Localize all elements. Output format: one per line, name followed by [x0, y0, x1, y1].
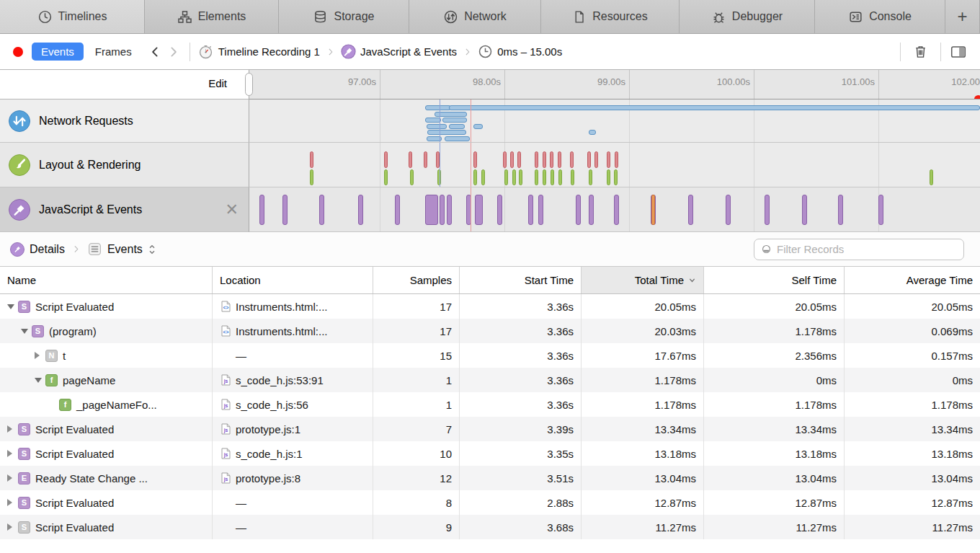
disclosure-triangle[interactable] [7, 474, 18, 482]
disclosure-triangle[interactable] [7, 450, 18, 457]
location-text[interactable]: Instruments.html:... [236, 325, 328, 337]
column-header-total[interactable]: Total Time [582, 267, 704, 293]
column-header-avg[interactable]: Average Time [845, 267, 980, 293]
filter-records-field[interactable] [754, 239, 964, 260]
table-row[interactable]: SScript Evaluated—93.68s11.27ms11.27ms11… [0, 515, 980, 539]
track-sidebar-layout-rendering[interactable]: Layout & Rendering [0, 143, 249, 187]
breadcrumb-item[interactable]: Timeline Recording 1 [218, 45, 320, 58]
ruler-tick-label: 100.00s [717, 76, 750, 87]
cell-location: jss_code_h.js:1 [213, 441, 373, 466]
event-name: Script Evaluated [35, 301, 114, 313]
location-text[interactable]: Instruments.html:... [236, 301, 328, 313]
tab-debugger[interactable]: Debugger [680, 0, 815, 33]
forward-button[interactable] [167, 45, 179, 59]
filter-records-input[interactable] [777, 243, 957, 255]
ruler-gridline [878, 70, 879, 99]
breadcrumb-item[interactable]: JavaScript & Events [360, 45, 457, 58]
column-header-name[interactable]: Name [0, 267, 213, 293]
table-header: NameLocationSamplesStart TimeTotal TimeS… [0, 267, 980, 294]
cell-total: 1.178ms [582, 392, 704, 417]
cell-self: 0ms [704, 368, 845, 392]
table-row[interactable]: f_pageNameFo...jss_code_h.js:5613.36s1.1… [0, 392, 980, 417]
paint-event-bar [473, 169, 477, 185]
table-row[interactable]: SScript Evaluated<>Instruments.html:...1… [0, 294, 980, 319]
table-row[interactable]: SScript Evaluated—82.88s12.87ms12.87ms12… [0, 490, 980, 515]
tab-storage[interactable]: Storage [279, 0, 409, 33]
track-sidebar-network-requests[interactable]: Network Requests [0, 99, 249, 143]
location-text[interactable]: s_code_h.js:56 [236, 399, 308, 411]
cell-name: SScript Evaluated [0, 441, 213, 466]
events-view-button[interactable]: Events [32, 43, 84, 61]
tab-network[interactable]: Network [409, 0, 541, 33]
cell-name: Nt [0, 343, 213, 368]
paint-event-bar [504, 169, 508, 185]
svg-text:js: js [223, 428, 228, 433]
track-graph-layout-rendering[interactable] [249, 143, 980, 187]
track-graph-network-requests[interactable] [249, 99, 980, 143]
tab-resources[interactable]: Resources [541, 0, 680, 33]
column-header-samples[interactable]: Samples [373, 267, 460, 293]
location-text: — [236, 521, 246, 534]
timeline-ruler[interactable]: Edit 97.00s98.00s99.00s100.00s101.00s102… [0, 70, 980, 99]
view-mode-selector[interactable]: Events [107, 243, 143, 256]
track-graph-javascript-events[interactable] [249, 187, 980, 232]
tab-console[interactable]: Console [815, 0, 945, 33]
disclosure-triangle[interactable] [35, 352, 45, 359]
table-row[interactable]: Nt—153.36s17.67ms2.356ms0.157ms [0, 343, 980, 368]
table-row[interactable]: SScript Evaluatedjsprototype.js:173.39s1… [0, 417, 980, 441]
network-request-bar [442, 118, 467, 123]
disclosure-triangle[interactable] [7, 523, 18, 531]
cell-samples: 17 [373, 294, 460, 319]
breadcrumb-item[interactable]: 0ms – 15.00s [497, 45, 562, 58]
tab-label: Elements [198, 10, 246, 23]
location-text[interactable]: prototype.js:1 [236, 423, 300, 435]
svg-text:js: js [223, 403, 228, 409]
cell-avg: 11.27ms [845, 515, 980, 539]
layout-event-bar [517, 151, 521, 168]
frames-view-button[interactable]: Frames [95, 45, 132, 58]
event-name: _pageNameFo... [76, 399, 157, 411]
graph-gridline [380, 99, 380, 142]
svg-text:<>: <> [223, 305, 229, 310]
cell-self: 1.178ms [704, 392, 845, 417]
html-document-icon: <> [221, 325, 231, 337]
js-events-icon [10, 242, 24, 257]
cell-total: 11.27ms [582, 515, 704, 539]
column-header-location[interactable]: Location [213, 267, 373, 293]
record-button[interactable] [13, 47, 23, 57]
disclosure-triangle[interactable] [7, 425, 18, 433]
details-sidebar-toggle[interactable] [950, 44, 967, 60]
column-header-start[interactable]: Start Time [460, 267, 582, 293]
column-header-self[interactable]: Self Time [704, 267, 845, 293]
table-row[interactable]: SScript Evaluatedjss_code_h.js:1103.35s1… [0, 441, 980, 466]
clear-timeline-button[interactable] [912, 43, 929, 60]
disclosure-triangle[interactable] [35, 378, 45, 383]
cell-name: f_pageNameFo... [0, 392, 213, 417]
tab-elements[interactable]: Elements [145, 0, 279, 33]
ruler-scale[interactable]: 97.00s98.00s99.00s100.00s101.00s102.00 [249, 70, 980, 99]
table-row[interactable]: fpageNamejss_code_h.js:53:9113.36s1.178m… [0, 368, 980, 392]
graph-gridline [629, 143, 630, 187]
location-text[interactable]: s_code_h.js:53:91 [236, 374, 324, 386]
back-button[interactable] [149, 45, 161, 59]
location-text[interactable]: prototype.js:8 [236, 472, 300, 485]
disclosure-triangle[interactable] [21, 329, 32, 334]
location-text[interactable]: s_code_h.js:1 [236, 448, 303, 460]
disclosure-triangle[interactable] [7, 304, 18, 309]
disclosure-triangle[interactable] [7, 499, 18, 506]
cell-samples: 15 [373, 343, 460, 368]
edit-instruments-button[interactable]: Edit [208, 77, 227, 89]
view-mode-updown-icon[interactable] [148, 243, 156, 256]
table-row[interactable]: EReady State Change ...jsprototype.js:81… [0, 466, 980, 490]
ruler-drag-handle[interactable] [245, 73, 253, 96]
details-breadcrumb-item[interactable]: Details [30, 243, 65, 256]
tab-add[interactable]: + [945, 0, 980, 33]
close-track-button[interactable]: ✕ [226, 202, 239, 218]
ruler-tick-label: 99.00s [597, 76, 625, 87]
table-row[interactable]: S(program)<>Instruments.html:...173.36s2… [0, 319, 980, 343]
track-sidebar-javascript-events[interactable]: JavaScript & Events✕ [0, 187, 249, 232]
script-event-bar [319, 195, 324, 225]
cell-total: 13.18ms [582, 441, 704, 466]
svg-text:<>: <> [223, 329, 229, 335]
tab-timelines[interactable]: Timelines [0, 0, 145, 33]
